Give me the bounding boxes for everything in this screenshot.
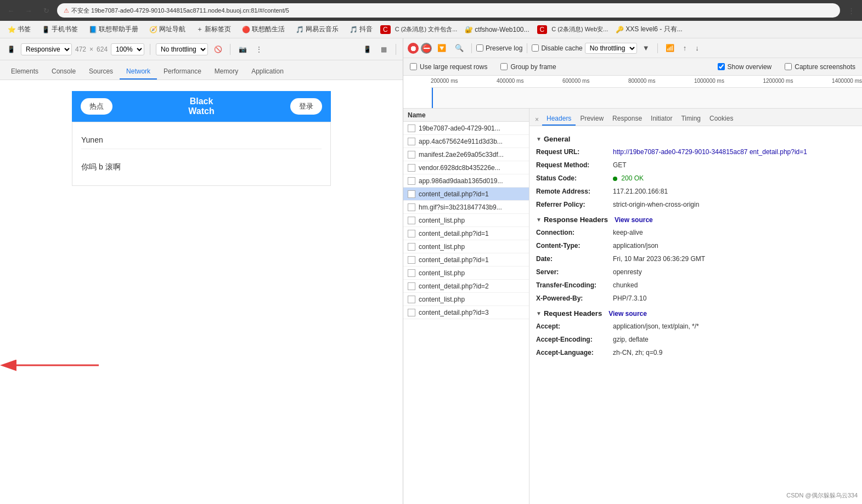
large-rows-option: Use large request rows xyxy=(410,63,487,71)
tab-network[interactable]: Network xyxy=(120,64,157,80)
bookmark-mobile[interactable]: 📱 手机书签 xyxy=(38,24,81,35)
request-headers-view-source[interactable]: View source xyxy=(609,310,647,318)
dimension-x: × xyxy=(89,46,93,53)
item-name: content_detail.php?id=1 xyxy=(419,256,489,264)
status-code-value: 200 OK xyxy=(613,173,644,183)
preserve-log-checkbox[interactable] xyxy=(476,44,483,52)
request-method-row: Request Method: GET xyxy=(536,158,855,172)
throttle-select[interactable]: No throttling xyxy=(156,43,208,55)
capture-screenshots-checkbox[interactable] xyxy=(785,63,792,70)
item-name: content_list.php xyxy=(419,243,465,251)
online-icon[interactable]: 📶 xyxy=(662,43,678,53)
more-options-icon[interactable]: ⋮ xyxy=(252,43,266,56)
details-tab-timing[interactable]: Timing xyxy=(677,112,705,126)
group-by-frame-label: Group by frame xyxy=(510,63,556,71)
bookmark-nav[interactable]: 🧭 网址导航 xyxy=(146,24,189,35)
content-type-key: Content-Type: xyxy=(536,241,613,251)
throttle-dropdown[interactable]: No throttling xyxy=(585,43,637,54)
tab-sources[interactable]: Sources xyxy=(82,64,120,80)
device-frame-icon[interactable]: 📱 xyxy=(360,43,374,56)
responsive-select[interactable]: Responsive xyxy=(21,43,72,55)
show-overview-checkbox[interactable] xyxy=(718,63,725,70)
tab-performance[interactable]: Performance xyxy=(157,64,208,80)
tab-elements[interactable]: Elements xyxy=(4,64,45,80)
file-icon xyxy=(408,124,415,132)
watermark: CSDN @偶尔躲躲乌云334 xyxy=(786,491,858,500)
devtools-tabs-left: Elements Console Sources Network Perform… xyxy=(0,60,403,80)
large-rows-checkbox[interactable] xyxy=(410,63,417,70)
file-icon xyxy=(408,230,415,237)
tab-console[interactable]: Console xyxy=(45,64,82,80)
bookmarks-bar: ⭐ 书签 📱 手机书签 📘 联想帮助手册 🧭 网址导航 ＋ 新标签页 🔴 联想酷… xyxy=(0,21,862,38)
disable-cache-checkbox[interactable] xyxy=(532,44,539,52)
bookmark-xss[interactable]: 🔑 XXS level6 - 只有... xyxy=(612,24,685,35)
site-header: 热点 Black Watch 登录 xyxy=(72,91,331,122)
url-bar[interactable]: ⚠ 不安全 19be7087-ade0-4729-9010-344815ac87… xyxy=(57,3,840,18)
list-item[interactable]: content_list.php xyxy=(403,293,529,306)
list-item[interactable]: app.4ac675624e911d3d3b... xyxy=(403,135,529,148)
bookmark-star[interactable]: ⭐ 书签 xyxy=(4,24,34,35)
download-icon[interactable]: ↓ xyxy=(692,43,702,53)
list-item[interactable]: content_list.php xyxy=(403,240,529,253)
upload-icon[interactable]: ↑ xyxy=(680,43,690,53)
bookmark-ctf2[interactable]: C xyxy=(537,25,548,34)
accept-encoding-row: Accept-Encoding: gzip, deflate xyxy=(536,333,855,346)
zoom-select[interactable]: 100% xyxy=(111,43,144,55)
transfer-encoding-key: Transfer-Encoding: xyxy=(536,280,613,290)
list-item[interactable]: manifest.2ae2e69a05c33df... xyxy=(403,148,529,161)
response-headers-view-source[interactable]: View source xyxy=(615,216,653,224)
request-headers-section-header: Request Headers View source xyxy=(536,305,855,320)
bookmark-lenovo-help[interactable]: 📘 联想帮助手册 xyxy=(86,24,142,35)
list-item[interactable]: app.986ad9daab1365d019... xyxy=(403,174,529,188)
close-details-button[interactable]: × xyxy=(532,114,542,126)
item-name: vendor.6928dc8b435226e... xyxy=(419,164,500,172)
stop-record-button[interactable]: ⛔ xyxy=(421,43,432,54)
details-tab-headers[interactable]: Headers xyxy=(542,112,576,126)
list-item[interactable]: content_list.php xyxy=(403,267,529,280)
media-queries-icon[interactable]: ▦ xyxy=(377,43,390,56)
details-tab-response[interactable]: Response xyxy=(608,112,646,126)
bookmark-newtab[interactable]: ＋ 新标签页 xyxy=(193,24,234,35)
filter-button[interactable]: 🔽 xyxy=(434,43,449,53)
bookmark-ctf1[interactable]: C xyxy=(380,25,391,34)
group-by-frame-checkbox[interactable] xyxy=(500,63,508,70)
tab-memory[interactable]: Memory xyxy=(208,64,245,80)
sep-1 xyxy=(471,43,472,53)
list-item[interactable]: content_detail.php?id=1 xyxy=(403,227,529,240)
disable-cache-group: Disable cache xyxy=(532,44,582,52)
transfer-encoding-row: Transfer-Encoding: chunked xyxy=(536,279,855,292)
hotspot-button[interactable]: 热点 xyxy=(81,98,112,115)
accept-key: Accept: xyxy=(536,321,613,331)
tab-application[interactable]: Application xyxy=(245,64,290,80)
search-button[interactable]: 🔍 xyxy=(452,43,467,53)
server-row: Server: openresty xyxy=(536,265,855,279)
throttle-arrow[interactable]: ▼ xyxy=(639,43,653,53)
details-tab-cookies[interactable]: Cookies xyxy=(705,112,737,126)
record-button[interactable]: ⏺ xyxy=(408,43,419,54)
details-tab-preview[interactable]: Preview xyxy=(576,112,608,126)
back-button[interactable]: ← xyxy=(4,4,18,17)
forward-button[interactable]: → xyxy=(22,4,35,17)
more-options-button[interactable]: ⋮ xyxy=(844,4,858,17)
list-item[interactable]: 19be7087-ade0-4729-901... xyxy=(403,122,529,135)
bookmark-lenovo-cool[interactable]: 🔴 联想酷生活 xyxy=(239,24,288,35)
list-item[interactable]: vendor.6928dc8b435226e... xyxy=(403,161,529,174)
list-item[interactable]: content_detail.php?id=1 xyxy=(403,253,529,267)
login-button[interactable]: 登录 xyxy=(290,98,322,115)
list-item[interactable]: content_list.php xyxy=(403,214,529,227)
list-item[interactable]: content_detail.php?id=2 xyxy=(403,280,529,293)
capture-screenshot-icon[interactable]: 📷 xyxy=(236,43,249,56)
details-tab-initiator[interactable]: Initiator xyxy=(646,112,677,126)
bookmark-netease[interactable]: 🎵 网易云音乐 xyxy=(292,24,342,35)
refresh-button[interactable]: ↻ xyxy=(40,4,53,17)
list-item[interactable]: content_detail.php?id=3 xyxy=(403,306,529,319)
accept-encoding-value: gzip, deflate xyxy=(613,335,649,344)
device-toggle-icon[interactable]: 📱 xyxy=(4,43,18,56)
list-item[interactable]: hm.gif?si=3b231847743b9... xyxy=(403,201,529,214)
content-type-row: Content-Type: application/json xyxy=(536,239,855,252)
no-throttle-icon[interactable]: 🚫 xyxy=(211,43,224,56)
site-title: Black Watch xyxy=(188,97,214,116)
bookmark-ctfshow[interactable]: 🔐 ctfshow-Web100... xyxy=(461,25,532,35)
bookmark-douyin[interactable]: 🎵 抖音 xyxy=(346,24,376,35)
list-item-selected[interactable]: content_detail.php?id=1 xyxy=(403,188,529,201)
